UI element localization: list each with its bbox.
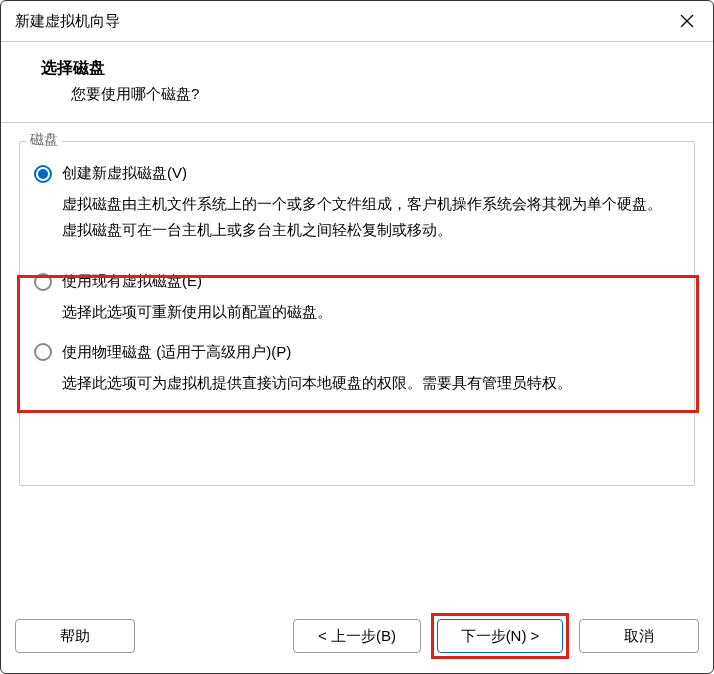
option-use-physical-disk[interactable]: 使用物理磁盘 (适用于高级用户)(P) 选择此选项可为虚拟机提供直接访问本地硬盘…	[34, 343, 680, 396]
fieldset-legend: 磁盘	[26, 131, 62, 149]
back-button[interactable]: < 上一步(B)	[293, 619, 421, 653]
close-icon[interactable]	[675, 9, 699, 33]
help-button[interactable]: 帮助	[15, 619, 135, 653]
page-subtitle: 您要使用哪个磁盘?	[71, 85, 683, 104]
option-create-new-disk[interactable]: 创建新虚拟磁盘(V) 虚拟磁盘由主机文件系统上的一个或多个文件组成，客户机操作系…	[34, 164, 680, 242]
button-bar: 帮助 < 上一步(B) 下一步(N) > 取消	[1, 603, 713, 673]
dialog-title: 新建虚拟机向导	[15, 12, 120, 31]
wizard-dialog: 新建虚拟机向导 选择磁盘 您要使用哪个磁盘? 磁盘 创建新虚拟磁盘(V) 虚拟磁…	[0, 0, 714, 674]
content-area: 磁盘 创建新虚拟磁盘(V) 虚拟磁盘由主机文件系统上的一个或多个文件组成，客户机…	[1, 123, 713, 603]
highlight-annotation: 下一步(N) >	[431, 613, 569, 659]
header-section: 选择磁盘 您要使用哪个磁盘?	[1, 42, 713, 123]
option-label: 使用物理磁盘 (适用于高级用户)(P)	[62, 343, 291, 362]
radio-dot-icon	[38, 169, 48, 179]
cancel-button[interactable]: 取消	[579, 619, 699, 653]
radio-icon	[34, 165, 52, 183]
option-description: 选择此选项可为虚拟机提供直接访问本地硬盘的权限。需要具有管理员特权。	[62, 370, 680, 396]
option-description: 虚拟磁盘由主机文件系统上的一个或多个文件组成，客户机操作系统会将其视为单个硬盘。…	[62, 191, 680, 242]
radio-icon	[34, 343, 52, 361]
page-title: 选择磁盘	[41, 58, 683, 79]
radio-icon	[34, 273, 52, 291]
disk-fieldset: 磁盘 创建新虚拟磁盘(V) 虚拟磁盘由主机文件系统上的一个或多个文件组成，客户机…	[19, 141, 695, 486]
option-label: 创建新虚拟磁盘(V)	[62, 164, 187, 183]
titlebar: 新建虚拟机向导	[1, 1, 713, 42]
option-use-existing-disk[interactable]: 使用现有虚拟磁盘(E) 选择此选项可重新使用以前配置的磁盘。	[34, 272, 680, 325]
next-button[interactable]: 下一步(N) >	[437, 619, 563, 653]
option-description: 选择此选项可重新使用以前配置的磁盘。	[62, 299, 680, 325]
option-label: 使用现有虚拟磁盘(E)	[62, 272, 202, 291]
